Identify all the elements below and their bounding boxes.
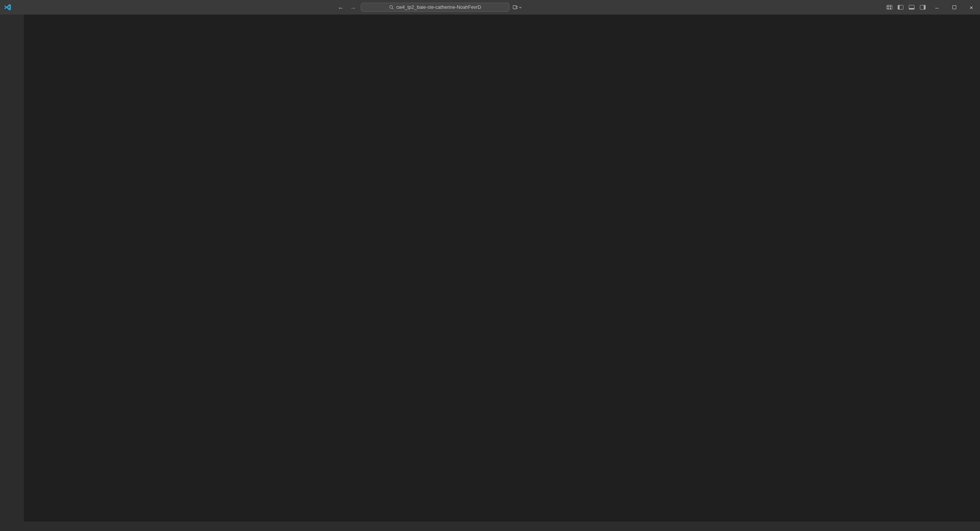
editor-groups — [24, 15, 980, 521]
command-center-search[interactable]: cw4_tp2_baie-ste-catherine-NoahFevrD — [361, 3, 509, 12]
toggle-primary-sidebar-icon[interactable] — [898, 5, 903, 10]
back-arrow-icon[interactable]: ← — [336, 4, 345, 11]
toggle-secondary-sidebar-icon[interactable] — [920, 5, 926, 10]
workspace-title: cw4_tp2_baie-ste-catherine-NoahFevrD — [396, 5, 481, 10]
search-icon — [389, 5, 394, 10]
title-bar: ← → cw4_tp2_baie-ste-catherine-NoahFevrD… — [0, 0, 980, 15]
activity-bar — [0, 15, 24, 521]
toggle-panel-icon[interactable] — [909, 5, 915, 10]
maximize-button[interactable] — [946, 0, 963, 15]
status-bar — [0, 521, 980, 531]
forward-arrow-icon[interactable]: → — [348, 4, 358, 11]
minimize-button[interactable]: – — [928, 0, 946, 15]
vscode-logo — [3, 3, 12, 11]
customize-layout-icon[interactable] — [887, 5, 892, 10]
close-button[interactable]: × — [963, 0, 980, 15]
open-remote-window-icon[interactable] — [512, 5, 522, 10]
